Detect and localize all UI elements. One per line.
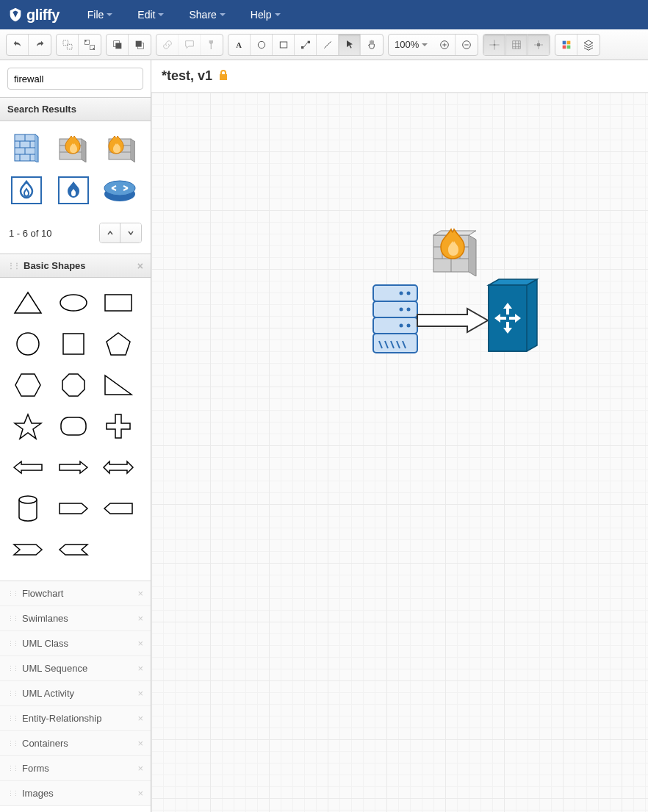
shape-plus[interactable] [99, 407, 137, 445]
menu-edit[interactable]: Edit [132, 9, 170, 21]
menu-file[interactable]: File [82, 9, 119, 21]
themes-button[interactable] [555, 35, 577, 55]
svg-rect-56 [373, 301, 417, 317]
shape-arrow-both[interactable] [99, 448, 137, 486]
svg-point-23 [493, 43, 495, 46]
category-label: Forms [22, 763, 49, 774]
pan-tool-button[interactable] [361, 35, 383, 55]
zoom-in-button[interactable] [433, 35, 456, 55]
result-firewall-1[interactable] [9, 130, 44, 165]
svg-rect-50 [105, 295, 132, 311]
close-icon[interactable]: × [137, 713, 143, 724]
close-icon[interactable]: × [137, 788, 143, 799]
shape-star[interactable] [9, 407, 47, 445]
link-button[interactable] [156, 35, 179, 55]
shape-arrow-right[interactable] [54, 448, 93, 486]
send-back-button[interactable] [129, 35, 151, 55]
shape-ellipse[interactable] [54, 284, 93, 322]
close-icon[interactable]: × [137, 613, 143, 624]
line-tool-button[interactable] [317, 35, 339, 55]
group-button[interactable] [57, 35, 79, 55]
category-label: Flowchart [22, 588, 63, 599]
basic-shapes-title: Basic Shapes [24, 260, 86, 271]
result-firewall-2[interactable] [56, 130, 91, 165]
comment-button[interactable] [179, 35, 201, 55]
result-firewall-3[interactable] [102, 130, 137, 165]
snap-guides-button[interactable] [483, 35, 505, 55]
category-uml-class[interactable]: ⋮⋮UML Class× [0, 631, 151, 656]
zoom-select[interactable]: 100% [389, 35, 433, 55]
shape-rectangle[interactable] [99, 284, 137, 322]
zoom-out-button[interactable] [456, 35, 478, 55]
result-firewall-6[interactable] [102, 173, 137, 208]
svg-rect-77 [489, 285, 527, 351]
shape-pentagon[interactable] [99, 325, 137, 363]
canvas-object-server[interactable] [372, 284, 419, 356]
shape-tag-right[interactable] [54, 489, 93, 528]
close-icon[interactable]: × [137, 688, 143, 699]
shape-square[interactable] [54, 325, 93, 363]
basic-shapes-header[interactable]: ⋮⋮ Basic Shapes × [0, 254, 151, 278]
category-uml-sequence[interactable]: ⋮⋮UML Sequence× [0, 656, 151, 681]
shape-chevron-right[interactable] [9, 531, 47, 569]
canvas[interactable] [151, 93, 648, 812]
close-icon[interactable]: × [137, 638, 143, 649]
category-entity-relationship[interactable]: ⋮⋮Entity-Relationship× [0, 706, 151, 731]
category-forms[interactable]: ⋮⋮Forms× [0, 756, 151, 781]
menubar: gliffy File Edit Share Help [0, 0, 648, 29]
undo-button[interactable] [7, 35, 29, 55]
pager-prev-button[interactable] [100, 223, 120, 242]
drag-handle-icon: ⋮⋮ [7, 615, 18, 622]
svg-rect-57 [373, 317, 417, 334]
canvas-object-router[interactable] [486, 275, 540, 358]
canvas-object-arrow[interactable] [416, 306, 489, 337]
pager-next-button[interactable] [120, 223, 141, 242]
close-icon[interactable]: × [137, 738, 143, 749]
shape-arrow-left[interactable] [9, 448, 47, 486]
shape-hexagon[interactable] [9, 366, 47, 404]
shape-right-triangle[interactable] [99, 366, 137, 404]
bring-front-button[interactable] [107, 35, 129, 55]
snap-grid-button[interactable] [528, 35, 550, 55]
shape-tag-left[interactable] [99, 489, 137, 528]
drag-handle-icon: ⋮⋮ [7, 690, 18, 697]
close-icon[interactable]: × [137, 260, 143, 272]
category-uml-activity[interactable]: ⋮⋮UML Activity× [0, 681, 151, 706]
shape-circle[interactable] [9, 325, 47, 363]
shape-rounded-rect[interactable] [54, 407, 93, 445]
shape-octagon[interactable] [54, 366, 93, 404]
result-firewall-4[interactable] [9, 173, 44, 208]
logo[interactable]: gliffy [7, 7, 60, 24]
search-input[interactable] [7, 68, 143, 90]
shape-chevron-left[interactable] [54, 531, 93, 569]
layers-button[interactable] [577, 35, 600, 55]
close-icon[interactable]: × [137, 763, 143, 774]
pointer-tool-button[interactable] [339, 35, 361, 55]
category-list: ⋮⋮Flowchart× ⋮⋮Swimlanes× ⋮⋮UML Class× ⋮… [0, 581, 151, 806]
text-tool-button[interactable]: A [228, 35, 251, 55]
format-painter-button[interactable] [201, 35, 223, 55]
category-containers[interactable]: ⋮⋮Containers× [0, 731, 151, 756]
caret-icon [275, 13, 281, 16]
rect-tool-button[interactable] [273, 35, 295, 55]
connector-tool-button[interactable] [295, 35, 317, 55]
menu-help[interactable]: Help [245, 9, 287, 21]
canvas-object-firewall[interactable] [429, 225, 479, 279]
category-swimlanes[interactable]: ⋮⋮Swimlanes× [0, 606, 151, 631]
close-icon[interactable]: × [137, 663, 143, 674]
redo-button[interactable] [29, 35, 51, 55]
close-icon[interactable]: × [137, 588, 143, 599]
menu-file-label: File [87, 9, 104, 21]
shape-triangle[interactable] [9, 284, 47, 322]
svg-point-49 [60, 295, 87, 311]
search-results-header: Search Results [0, 97, 151, 121]
category-flowchart[interactable]: ⋮⋮Flowchart× [0, 581, 151, 606]
grid-button[interactable] [505, 35, 528, 55]
svg-point-11 [258, 41, 264, 48]
category-images[interactable]: ⋮⋮Images× [0, 781, 151, 806]
menu-share[interactable]: Share [183, 9, 231, 21]
circle-tool-button[interactable] [251, 35, 273, 55]
shape-cylinder[interactable] [9, 489, 47, 528]
ungroup-button[interactable] [79, 35, 101, 55]
result-firewall-5[interactable] [56, 173, 91, 208]
